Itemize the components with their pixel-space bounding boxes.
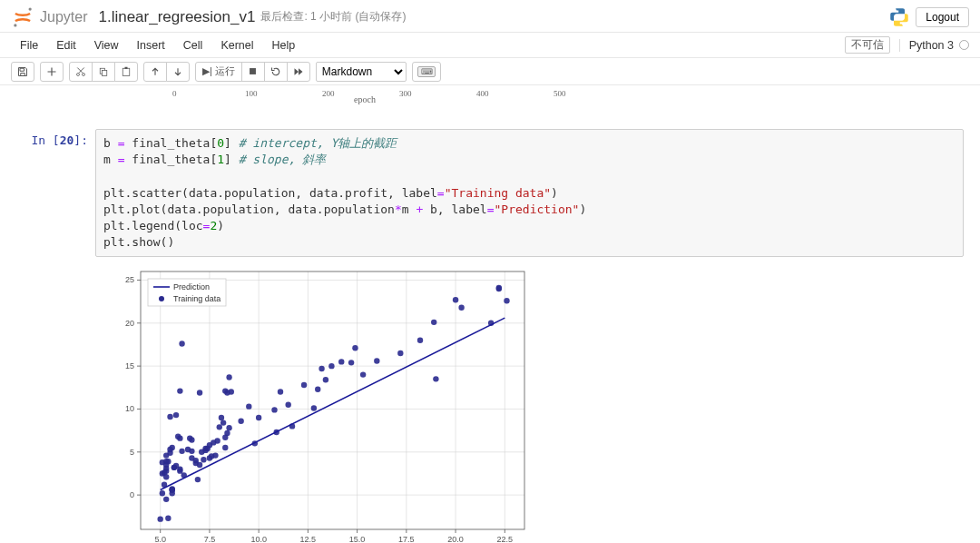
svg-point-3 [902,23,904,25]
menu-file[interactable]: File [11,35,47,55]
svg-point-57 [197,390,202,396]
svg-text:20: 20 [125,319,134,328]
output-plot: 5.07.510.012.515.017.520.022.50510152025… [100,262,535,543]
svg-text:10.0: 10.0 [250,535,267,543]
notebook-header: Jupyter 1.linear_regreesion_v1 最后检查: 1 小… [0,0,980,33]
save-button[interactable] [11,62,34,82]
svg-point-132 [397,350,403,356]
restart-icon [270,66,281,77]
move-button-group [143,62,190,82]
svg-point-119 [201,457,206,462]
paste-button[interactable] [114,62,138,82]
run-button[interactable]: ▶| 运行 [195,62,242,82]
copy-button[interactable] [92,62,115,82]
svg-point-75 [458,305,464,311]
svg-point-137 [177,467,182,472]
run-step-icon: ▶| [202,65,212,77]
svg-point-145 [328,363,334,369]
notebook-area: 0 100 200 300 400 500 epoch In [20]: b =… [0,85,980,543]
svg-point-135 [453,297,458,302]
menu-kernel[interactable]: Kernel [211,35,262,55]
svg-point-4 [77,73,80,75]
svg-point-155 [159,296,164,301]
menu-view[interactable]: View [85,35,128,55]
svg-point-79 [189,449,194,454]
svg-point-143 [285,402,290,408]
code-cell[interactable]: In [20]: b = final_theta[0] # intercept,… [9,129,971,257]
svg-point-118 [160,490,165,496]
code-input-area[interactable]: b = final_theta[0] # intercept, Y轴上的截距 m… [95,129,964,257]
move-up-button[interactable] [143,62,167,82]
svg-text:25: 25 [125,276,134,285]
notebook-title[interactable]: 1.linear_regreesion_v1 [98,8,255,26]
svg-point-109 [165,459,171,464]
svg-point-55 [167,414,172,420]
svg-point-130 [360,372,366,378]
cut-button[interactable] [69,62,93,82]
input-prompt: In [20]: [9,129,95,257]
svg-point-139 [226,425,231,430]
toolbar: ▶| 运行 Markdown ⌨ [0,58,980,85]
svg-text:5: 5 [130,448,134,457]
svg-point-125 [219,415,224,420]
cut-icon [75,66,86,77]
svg-rect-10 [250,68,256,74]
move-down-button[interactable] [166,62,190,82]
kernel-label: Python 3 [909,39,954,52]
jupyter-logo[interactable]: Jupyter [11,5,87,29]
svg-point-115 [209,454,214,459]
svg-text:5.0: 5.0 [154,535,166,543]
svg-text:22.5: 22.5 [497,535,514,543]
svg-text:17.5: 17.5 [398,535,415,543]
svg-text:7.5: 7.5 [204,535,216,543]
svg-point-149 [211,439,216,445]
svg-point-117 [162,470,167,476]
svg-point-85 [222,389,228,394]
svg-point-91 [318,366,324,371]
restart-button[interactable] [264,62,288,82]
svg-rect-8 [122,68,130,75]
svg-point-147 [193,458,199,463]
menu-insert[interactable]: Insert [128,35,174,55]
svg-text:12.5: 12.5 [300,535,317,543]
kernel-idle-icon [959,40,969,50]
cell-type-select[interactable]: Markdown [316,62,407,82]
interrupt-button[interactable] [241,62,265,82]
svg-point-94 [177,389,182,394]
command-palette-button[interactable]: ⌨ [412,62,441,82]
keyboard-icon: ⌨ [417,66,436,77]
arrow-down-icon [172,66,183,77]
menu-edit[interactable]: Edit [47,35,85,55]
menu-help[interactable]: Help [263,35,305,55]
trusted-badge[interactable]: 不可信 [845,36,890,54]
svg-text:20.0: 20.0 [447,535,464,543]
svg-point-103 [323,377,328,382]
svg-point-89 [311,406,317,411]
svg-point-82 [165,516,171,521]
svg-point-114 [195,477,201,482]
svg-text:10: 10 [125,405,134,414]
plus-icon [46,66,57,77]
svg-point-96 [177,436,182,441]
svg-point-0 [29,7,32,10]
svg-point-120 [189,438,194,443]
copy-icon [98,66,109,77]
svg-point-104 [170,445,175,450]
svg-point-83 [222,445,228,450]
add-cell-button[interactable] [40,62,64,82]
svg-point-148 [199,449,204,455]
svg-point-5 [83,73,85,75]
svg-point-65 [338,360,344,365]
svg-point-101 [504,298,509,303]
svg-text:Prediction: Prediction [173,282,210,291]
save-icon [17,66,28,77]
svg-point-144 [301,382,307,388]
svg-point-100 [170,488,175,493]
svg-point-78 [163,497,169,502]
logout-button[interactable]: Logout [916,7,969,27]
restart-run-all-button[interactable] [287,62,310,82]
svg-point-111 [431,320,436,325]
menu-cell[interactable]: Cell [174,35,212,55]
svg-point-56 [226,375,231,380]
svg-text:15.0: 15.0 [349,535,366,543]
